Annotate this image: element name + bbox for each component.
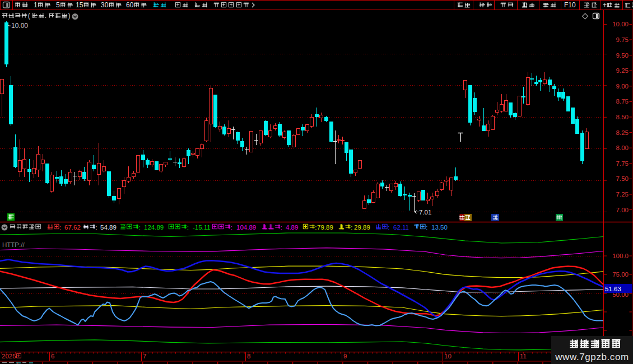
svg-text:2025: 2025 xyxy=(2,353,16,360)
svg-text:+: + xyxy=(603,1,607,9)
svg-text:15: 15 xyxy=(76,1,83,9)
svg-text:124.89: 124.89 xyxy=(144,224,164,231)
svg-text:6: 6 xyxy=(51,353,54,360)
svg-text:9.00: 9.00 xyxy=(616,83,629,90)
svg-text:5: 5 xyxy=(56,1,60,9)
svg-text:51.63: 51.63 xyxy=(605,286,621,292)
svg-text::: : xyxy=(281,224,282,231)
svg-text::: : xyxy=(59,224,61,231)
svg-text:8: 8 xyxy=(247,353,250,360)
svg-text:79.89: 79.89 xyxy=(317,224,333,231)
svg-text:100.0: 100.0 xyxy=(612,253,629,259)
svg-text:8.50: 8.50 xyxy=(616,114,629,120)
svg-text:75.00: 75.00 xyxy=(612,271,629,278)
svg-text:8.75: 8.75 xyxy=(616,98,629,105)
svg-text:(: ( xyxy=(28,12,30,20)
svg-text:62.11: 62.11 xyxy=(393,224,409,231)
svg-text:www.7gpzb.com: www.7gpzb.com xyxy=(555,352,629,362)
svg-text::: : xyxy=(426,224,427,231)
svg-text:4.89: 4.89 xyxy=(286,224,298,231)
svg-text:9: 9 xyxy=(343,353,347,360)
svg-text:7: 7 xyxy=(143,353,146,360)
svg-text:9.75: 9.75 xyxy=(616,36,629,43)
svg-text:9.50: 9.50 xyxy=(616,52,629,59)
svg-text:-15.11: -15.11 xyxy=(193,224,211,231)
svg-text::: : xyxy=(139,224,141,231)
svg-text:.: . xyxy=(45,12,46,20)
svg-text:29.89: 29.89 xyxy=(354,224,370,231)
svg-text:104.89: 104.89 xyxy=(236,224,256,231)
svg-text:30: 30 xyxy=(101,1,109,9)
svg-text:7.75: 7.75 xyxy=(616,160,629,167)
svg-text:8.00: 8.00 xyxy=(616,144,629,151)
svg-text:HTTP://: HTTP:// xyxy=(2,241,25,248)
svg-text::: : xyxy=(351,224,352,231)
svg-text:7.00: 7.00 xyxy=(616,207,629,213)
svg-text::: : xyxy=(187,224,189,231)
svg-text:60: 60 xyxy=(126,1,134,9)
svg-text::: : xyxy=(231,224,232,231)
svg-text::: : xyxy=(388,224,389,231)
svg-text:~10.00: ~10.00 xyxy=(7,22,28,30)
svg-text:10: 10 xyxy=(444,353,452,360)
svg-text:F10: F10 xyxy=(564,1,576,9)
svg-text:10.00: 10.00 xyxy=(612,21,629,27)
svg-text:7.50: 7.50 xyxy=(616,175,629,182)
svg-text:1: 1 xyxy=(34,1,38,9)
svg-text:7.01: 7.01 xyxy=(419,209,431,216)
svg-text:): ) xyxy=(68,12,71,20)
svg-text::: : xyxy=(95,224,97,231)
svg-text:7.25: 7.25 xyxy=(616,191,629,198)
svg-text:67.62: 67.62 xyxy=(64,224,81,231)
svg-text:9.25: 9.25 xyxy=(616,67,629,74)
svg-text:8.25: 8.25 xyxy=(616,129,629,136)
svg-text:11: 11 xyxy=(520,353,527,360)
svg-text:54.89: 54.89 xyxy=(100,224,117,231)
svg-text:13.50: 13.50 xyxy=(431,224,448,231)
